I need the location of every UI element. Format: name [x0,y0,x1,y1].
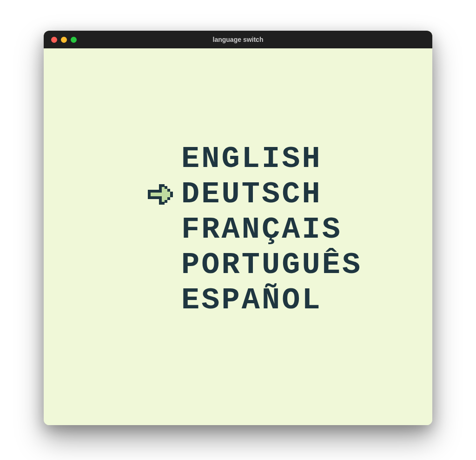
language-label: PORTUGUÊS [181,250,362,280]
language-option-english[interactable]: ENGLISH [131,141,359,177]
app-window: language switch ENGLISH [44,31,432,425]
language-option-francais[interactable]: FRANÇAIS [131,212,359,247]
minimize-icon[interactable] [61,37,67,43]
svg-rect-14 [151,193,162,196]
svg-rect-10 [165,200,167,203]
traffic-lights [51,37,77,43]
svg-rect-15 [162,187,165,202]
language-option-espanol[interactable]: ESPAÑOL [131,283,359,318]
svg-rect-11 [167,189,170,192]
language-label: ESPAÑOL [181,286,322,315]
svg-rect-12 [167,197,170,200]
svg-rect-7 [162,184,165,187]
svg-rect-13 [170,192,173,197]
svg-rect-16 [165,189,167,200]
language-label: ENGLISH [181,144,322,174]
svg-rect-5 [159,184,162,188]
zoom-icon[interactable] [71,37,77,43]
titlebar: language switch [44,31,432,48]
svg-rect-6 [159,201,162,205]
language-option-portugues[interactable]: PORTUGUÊS [131,247,359,283]
arrow-right-icon [148,184,173,205]
svg-rect-8 [162,202,165,205]
close-icon[interactable] [51,37,57,43]
svg-rect-17 [167,192,170,197]
language-menu: ENGLISH [131,141,359,318]
language-option-deutsch[interactable]: DEUTSCH [131,177,359,212]
cursor-slot [131,184,181,205]
language-label: DEUTSCH [181,180,322,209]
window-title: language switch [44,36,432,43]
window-content: ENGLISH [44,48,432,425]
svg-rect-9 [165,186,167,189]
language-label: FRANÇAIS [181,215,342,245]
